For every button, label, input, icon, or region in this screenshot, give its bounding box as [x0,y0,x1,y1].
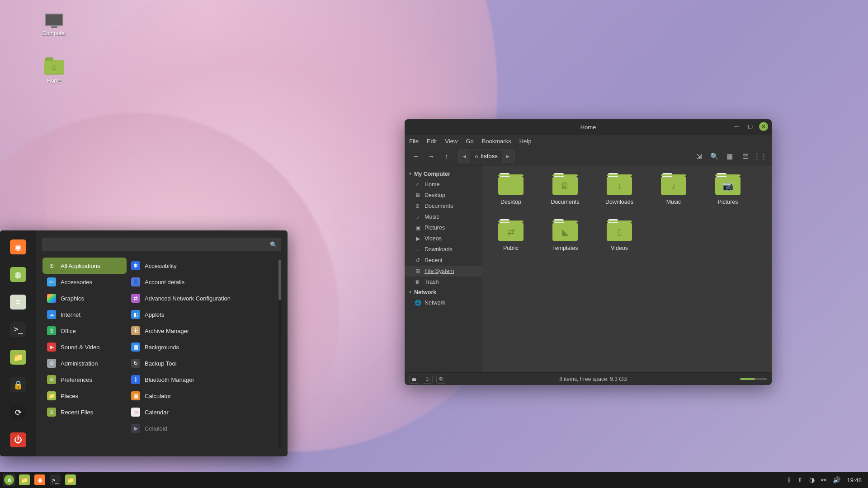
sidebar-item-documents[interactable]: 🗎Documents [405,201,482,211]
favorite-files[interactable]: 📁 [10,350,26,365]
app-backgrounds[interactable]: ▦Backgrounds [127,339,278,355]
app-accessibility[interactable]: ✽Accessibility [127,258,278,274]
start-button[interactable]: ⋔ [3,474,15,486]
menu-help[interactable]: Help [519,138,532,145]
sidebar-item-filesystem[interactable]: ⊞File System [405,266,482,277]
category-internet[interactable]: ☁Internet [42,306,127,323]
search-button[interactable]: 🔍 [708,150,721,163]
clock[interactable]: 19:48 [847,477,862,483]
menu-edit[interactable]: Edit [427,138,437,145]
favorite-logout[interactable]: ⟳ [10,405,26,420]
favorite-lock[interactable]: 🔒 [10,377,26,392]
menu-file[interactable]: File [409,138,419,145]
category-accessories[interactable]: ✂Accessories [42,274,127,290]
folder-downloads[interactable]: ↓Downloads [594,174,644,208]
category-office[interactable]: 🗎Office [42,323,127,339]
zoom-slider[interactable] [740,378,767,380]
path-next-button[interactable]: ▸ [502,150,514,163]
category-label: Preferences [61,376,92,383]
favorite-settings[interactable]: ≡ [10,295,26,310]
icon-view-button[interactable]: ▦ [723,150,736,163]
back-button[interactable]: ← [409,150,423,163]
scrollbar-thumb[interactable] [278,259,281,300]
statusbar: 🖿 1: ⧉ 8 items, Free space: 9.3 GB [405,372,772,385]
desktop-icon-home[interactable]: ⌂ Home [34,59,75,84]
menu-bookmarks[interactable]: Bookmarks [482,138,511,145]
app-bluetooth-manager[interactable]: ᛒBluetooth Manager [127,371,278,388]
app-account-details[interactable]: 👤Account details [127,274,278,290]
search-field[interactable]: 🔍 [42,238,281,251]
sidebar-item-pictures[interactable]: ▣Pictures [405,222,482,233]
folder-music[interactable]: ♪Music [649,174,698,208]
taskbar-pin-terminal[interactable]: >_ [49,474,61,486]
search-input[interactable] [47,241,270,248]
sidebar-item-home[interactable]: ⌂Home [405,179,482,190]
sidebar-section-header[interactable]: ▼Network [405,287,482,297]
category-sound-video[interactable]: ▶Sound & Video [42,339,127,355]
show-treeview-button[interactable]: 1: [423,375,433,384]
category-icon: ⚙ [47,359,56,368]
forward-button[interactable]: → [425,150,438,163]
window-titlebar[interactable]: Home — ▢ ✕ [405,119,772,135]
close-button[interactable]: ✕ [759,122,768,131]
mint-logo-icon: ⋔ [4,475,14,485]
app-archive-manager[interactable]: 🗄Archive Manager [127,323,278,339]
app-advanced-network-configuration[interactable]: ⇄Advanced Network Configuration [127,290,278,306]
sidebar-item-trash[interactable]: 🗑Trash [405,277,482,287]
compact-view-button[interactable]: ⋮⋮ [754,150,767,163]
tray-bluetooth-icon[interactable]: ᛒ [788,476,791,483]
tray-privacy-icon[interactable]: ◑ [809,476,815,483]
sidebar-item-videos[interactable]: ▶Videos [405,233,482,244]
category-places[interactable]: 📁Places [42,388,127,404]
show-places-button[interactable]: 🖿 [409,375,419,384]
folder-public[interactable]: ⇄Public [486,220,536,254]
app-calculator[interactable]: ▦Calculator [127,388,278,404]
sidebar-item-music[interactable]: ♪Music [405,211,482,222]
sidebar-section-header[interactable]: ▼My Computer [405,169,482,179]
folder-pictures[interactable]: 📷Pictures [703,174,753,208]
minimize-button[interactable]: — [732,122,741,131]
folder-videos[interactable]: ▯Videos [594,220,644,254]
folder-templates[interactable]: ◣Templates [540,220,590,254]
desktop-icon-computer[interactable]: Computer [34,11,75,37]
app-backup-tool[interactable]: ↻Backup Tool [127,355,278,371]
category-recent-files[interactable]: 🗎Recent Files [42,404,127,420]
app-applets[interactable]: ◧Applets [127,306,278,323]
tray-updates-icon[interactable]: ⇧ [797,476,803,483]
path-segment-home[interactable]: ⌂itsfoss [470,150,502,163]
folder-desktop[interactable]: Desktop [486,174,536,208]
favorite-terminal[interactable]: >_ [10,322,26,337]
sidebar-item-desktop[interactable]: 🖥Desktop [405,190,482,201]
sidebar-item-downloads[interactable]: ↓Downloads [405,244,482,255]
favorite-software[interactable]: ◍ [10,267,26,282]
taskbar-pin-files2[interactable]: 📁 [64,474,77,486]
taskbar-pin-files[interactable]: 📁 [18,474,31,486]
taskbar-pin-firefox[interactable]: ◉ [33,474,46,486]
favorite-firefox[interactable]: ◉ [10,239,26,254]
maximize-button[interactable]: ▢ [745,122,755,131]
folder-documents[interactable]: 🗎Documents [540,174,590,208]
sidebar-item-recent[interactable]: ↺Recent [405,255,482,266]
close-sidebar-button[interactable]: ⧉ [436,375,446,384]
category-administration[interactable]: ⚙Administration [42,355,127,371]
app-celluloid[interactable]: ▶Celluloid [127,420,278,436]
home-folder-icon: ⌂ [44,60,64,75]
menu-view[interactable]: View [445,138,458,145]
list-view-button[interactable]: ☰ [738,150,752,163]
category-all-applications[interactable]: ⊞All Applications [42,258,127,274]
tray-sound-icon[interactable]: 🔊 [833,476,840,483]
category-label: Recent Files [61,409,93,416]
tray-network-icon[interactable]: ⚯ [821,476,826,483]
path-label: itsfoss [481,153,498,160]
menu-go[interactable]: Go [466,138,473,145]
toggle-location-button[interactable]: ⇲ [692,150,706,163]
app-calendar[interactable]: ▭Calendar [127,404,278,420]
category-preferences[interactable]: ⚙Preferences [42,371,127,388]
scrollbar[interactable] [278,258,281,449]
path-prev-button[interactable]: ◂ [458,150,470,163]
up-button[interactable]: ↑ [440,150,453,163]
favorite-power[interactable]: ⏻ [10,432,26,447]
file-pane[interactable]: Desktop🗎Documents↓Downloads♪Music📷Pictur… [482,165,772,372]
category-graphics[interactable]: Graphics [42,290,127,306]
sidebar-item-network[interactable]: 🌐Network [405,297,482,308]
